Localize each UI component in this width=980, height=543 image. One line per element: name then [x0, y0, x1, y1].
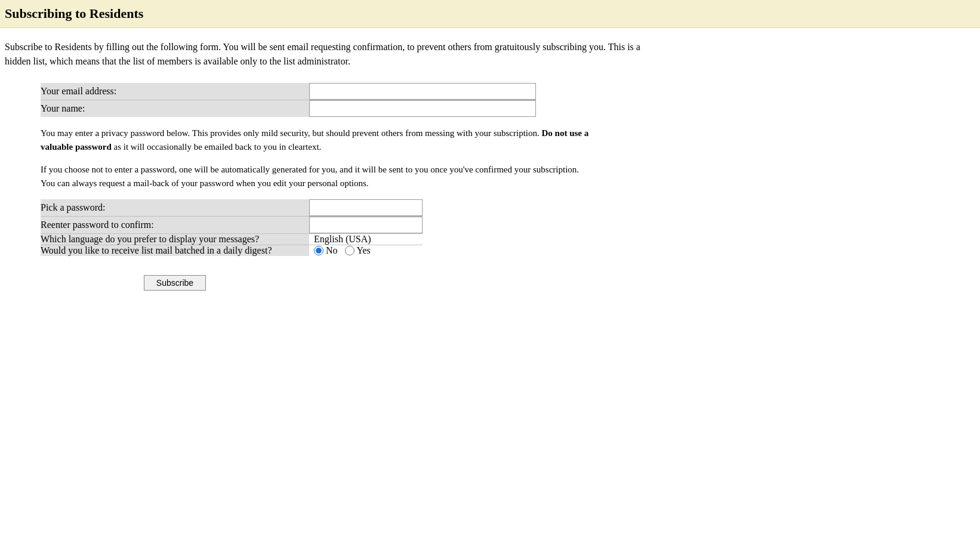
pick-password-input-cell — [309, 199, 423, 217]
language-row: Which language do you prefer to display … — [41, 234, 423, 245]
page-title: Subscribing to Residents — [5, 6, 974, 21]
name-input-cell — [309, 100, 536, 118]
subscribe-button-row: Subscribe — [41, 266, 309, 291]
email-label: Your email address: — [41, 83, 309, 100]
name-row: Your name: — [41, 100, 536, 118]
digest-radio-group: No Yes — [309, 245, 423, 256]
language-label: Which language do you prefer to display … — [41, 234, 309, 245]
pick-password-input[interactable] — [309, 199, 423, 216]
pick-password-label: Pick a password: — [41, 199, 309, 217]
pick-password-row: Pick a password: — [41, 199, 423, 217]
name-label: Your name: — [41, 100, 309, 118]
intro-text: Subscribe to Residents by filling out th… — [5, 40, 661, 69]
digest-yes-text: Yes — [357, 245, 371, 256]
password-note-1-part2: as it will occasionally be emailed back … — [112, 142, 322, 152]
reenter-password-label: Reenter password to confirm: — [41, 217, 309, 234]
digest-yes-radio[interactable] — [345, 246, 355, 255]
subscription-form: Your email address: Your name: You may e… — [41, 83, 974, 291]
digest-options-cell: No Yes — [309, 245, 423, 257]
email-input[interactable] — [309, 83, 536, 100]
reenter-password-input[interactable] — [309, 217, 423, 233]
digest-no-radio[interactable] — [314, 246, 323, 255]
password-note-1: You may enter a privacy password below. … — [41, 127, 590, 153]
digest-yes-label[interactable]: Yes — [345, 245, 371, 256]
reenter-password-input-cell — [309, 217, 423, 234]
name-input[interactable] — [309, 100, 536, 117]
password-note-2: If you choose not to enter a password, o… — [41, 163, 590, 190]
email-input-cell — [309, 83, 536, 100]
digest-no-label[interactable]: No — [314, 245, 338, 256]
email-row: Your email address: — [41, 83, 536, 100]
digest-no-text: No — [326, 245, 338, 256]
digest-label: Would you like to receive list mail batc… — [41, 245, 309, 257]
reenter-password-row: Reenter password to confirm: — [41, 217, 423, 234]
email-name-table: Your email address: Your name: — [41, 83, 536, 117]
language-value: English (USA) — [309, 234, 371, 244]
subscribe-button[interactable]: Subscribe — [144, 275, 206, 291]
password-options-table: Pick a password: Reenter password to con… — [41, 199, 423, 256]
digest-row: Would you like to receive list mail batc… — [41, 245, 423, 257]
language-value-cell: English (USA) — [309, 234, 423, 245]
password-note-1-part1: You may enter a privacy password below. … — [41, 128, 541, 138]
